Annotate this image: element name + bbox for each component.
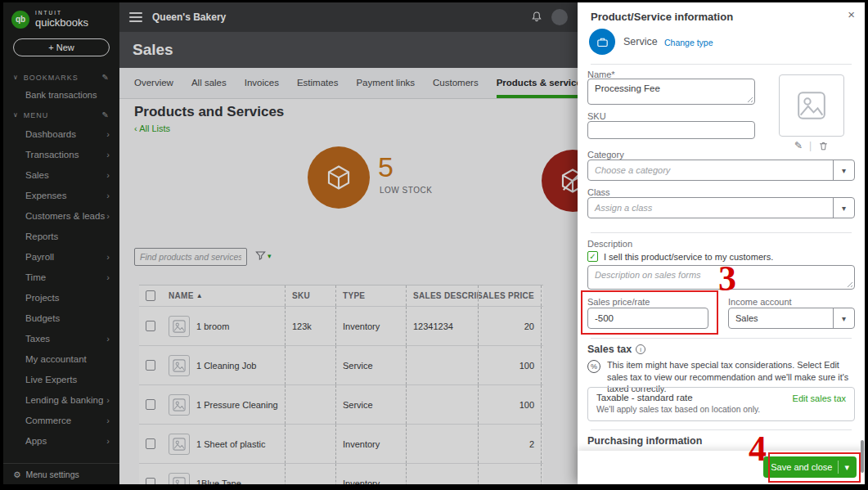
menu-settings[interactable]: ⚙ Menu settings [3, 463, 119, 484]
collapse-icon: ∨ [13, 111, 19, 119]
description-label: Description [587, 239, 632, 249]
tab-all-sales[interactable]: All sales [191, 78, 227, 98]
sales-price-field[interactable] [587, 308, 708, 329]
bookmarks-section-header[interactable]: ∨ BOOKMARKS ✎ [3, 66, 119, 86]
package-icon [325, 164, 353, 191]
button-divider [838, 461, 839, 474]
sidebar-item-label: Payroll [25, 252, 54, 262]
save-and-close-button[interactable]: Save and close ▾ [763, 456, 857, 478]
intuit-wordmark: INTUIT [35, 10, 88, 16]
hamburger-menu-icon[interactable] [129, 12, 142, 22]
quickbooks-logo: qb INTUIT quickbooks [3, 2, 119, 32]
info-icon[interactable]: i [636, 344, 645, 354]
product-sku: 123k [285, 307, 335, 345]
low-stock-circle[interactable] [308, 146, 370, 209]
divider [591, 429, 852, 430]
sidebar-item-taxes[interactable]: Taxes› [3, 328, 119, 348]
product-sku [285, 385, 335, 424]
table-row[interactable]: 1Blue Tape Inventory [139, 464, 543, 484]
sku-field[interactable] [587, 121, 755, 139]
sidebar-item-time[interactable]: Time› [3, 267, 119, 287]
all-lists-link[interactable]: ‹ All Lists [134, 124, 170, 133]
column-header-name[interactable]: NAME▲ [162, 285, 285, 306]
caret-down-icon[interactable]: ▾ [833, 308, 854, 328]
column-header-type[interactable]: TYPE [335, 285, 406, 306]
category-dropdown[interactable]: Choose a category ▾ [587, 160, 855, 181]
menu-section-header[interactable]: ∨ MENU ✎ [3, 104, 119, 124]
table-row[interactable]: 1 Cleaning Job Service 100 [139, 346, 543, 385]
caret-down-icon[interactable]: ▾ [833, 160, 854, 180]
sell-checkbox[interactable]: ✓ [587, 251, 598, 262]
product-type: Inventory [335, 425, 406, 463]
tab-overview[interactable]: Overview [134, 78, 173, 98]
tab-products-services[interactable]: Products & services [497, 78, 578, 98]
sidebar-item-my-accountant[interactable]: My accountant [3, 348, 119, 369]
sidebar-item-projects[interactable]: Projects [3, 287, 119, 308]
page-title: Sales [133, 41, 173, 59]
search-input[interactable] [134, 248, 247, 266]
sidebar-item-apps[interactable]: Apps› [3, 430, 119, 451]
sidebar: qb INTUIT quickbooks + New ∨ BOOKMARKS ✎… [3, 2, 119, 484]
sidebar-item-lending-banking[interactable]: Lending & banking› [3, 389, 119, 410]
sidebar-item-sales[interactable]: Sales› [3, 164, 119, 185]
name-field[interactable]: Processing Fee [587, 79, 755, 105]
sort-asc-icon: ▲ [196, 292, 203, 299]
panel-scrollbar-thumb[interactable] [861, 440, 864, 473]
sidebar-item-reports[interactable]: Reports [3, 226, 119, 246]
class-label: Class [587, 187, 610, 197]
income-account-label: Income account [728, 297, 792, 307]
row-checkbox[interactable] [146, 438, 155, 449]
product-description [406, 464, 478, 484]
sidebar-item-expenses[interactable]: Expenses› [3, 185, 119, 205]
column-header-sku[interactable]: SKU [285, 285, 335, 306]
product-price: 100 [478, 346, 542, 384]
sidebar-item-live-experts[interactable]: Live Experts [3, 369, 119, 389]
sidebar-item-budgets[interactable]: Budgets [3, 308, 119, 328]
sidebar-item-dashboards[interactable]: Dashboards› [3, 124, 119, 144]
edit-menu-icon[interactable]: ✎ [102, 110, 110, 119]
sidebar-item-label: Budgets [25, 313, 60, 323]
table-row[interactable]: 1 Pressure Cleaning Service 100 [139, 385, 543, 425]
new-button[interactable]: + New [13, 38, 110, 56]
low-stock-count[interactable]: 5 [378, 151, 394, 183]
select-all-checkbox[interactable] [146, 290, 155, 301]
sidebar-item-transactions[interactable]: Transactions› [3, 144, 119, 164]
company-name[interactable]: Queen's Bakery [152, 11, 226, 23]
column-header-sales-price[interactable]: SALES PRICE [478, 285, 542, 306]
edit-image-icon[interactable]: ✎ [794, 140, 803, 151]
caret-down-icon[interactable]: ▾ [833, 198, 854, 218]
sidebar-item-customers-leads[interactable]: Customers & leads› [3, 205, 119, 226]
product-service-panel: Product/Service information × Service Ch… [578, 2, 865, 484]
product-image-upload[interactable] [779, 74, 844, 137]
row-checkbox[interactable] [146, 478, 155, 484]
chevron-right-icon: › [106, 129, 110, 139]
table-row[interactable]: 1 Sheet of plastic Inventory 2 [139, 425, 543, 464]
row-checkbox[interactable] [146, 360, 155, 371]
user-avatar[interactable] [551, 9, 568, 25]
sidebar-item-bank-transactions[interactable]: Bank transactions [3, 86, 119, 104]
row-checkbox[interactable] [146, 321, 155, 331]
out-of-stock-circle[interactable] [542, 150, 578, 212]
sales-description-field[interactable]: Description on sales forms [587, 265, 855, 290]
tab-estimates[interactable]: Estimates [297, 78, 339, 98]
notifications-bell-icon[interactable] [530, 11, 543, 24]
table-row[interactable]: 1 broom 123k Inventory 12341234 20 [139, 307, 543, 346]
edit-sales-tax-link[interactable]: Edit sales tax [793, 393, 846, 403]
column-header-sales-description[interactable]: SALES DESCRIPTION [406, 285, 478, 306]
tab-payment-links[interactable]: Payment links [356, 78, 415, 98]
filter-button[interactable]: ▾ [255, 250, 272, 261]
sidebar-item-commerce[interactable]: Commerce› [3, 410, 119, 430]
sidebar-item-payroll[interactable]: Payroll› [3, 246, 119, 267]
close-icon[interactable]: × [848, 7, 855, 21]
product-name: 1 Pressure Cleaning [196, 400, 278, 410]
edit-bookmarks-icon[interactable]: ✎ [102, 73, 110, 82]
trash-icon[interactable] [818, 141, 829, 151]
class-dropdown[interactable]: Assign a class ▾ [587, 197, 855, 218]
row-checkbox[interactable] [146, 399, 155, 410]
caret-down-icon[interactable]: ▾ [844, 462, 849, 473]
product-sku [285, 464, 335, 484]
change-type-link[interactable]: Change type [664, 38, 713, 47]
income-account-dropdown[interactable]: Sales ▾ [728, 308, 855, 329]
tab-invoices[interactable]: Invoices [245, 78, 279, 98]
tab-customers[interactable]: Customers [433, 78, 479, 98]
